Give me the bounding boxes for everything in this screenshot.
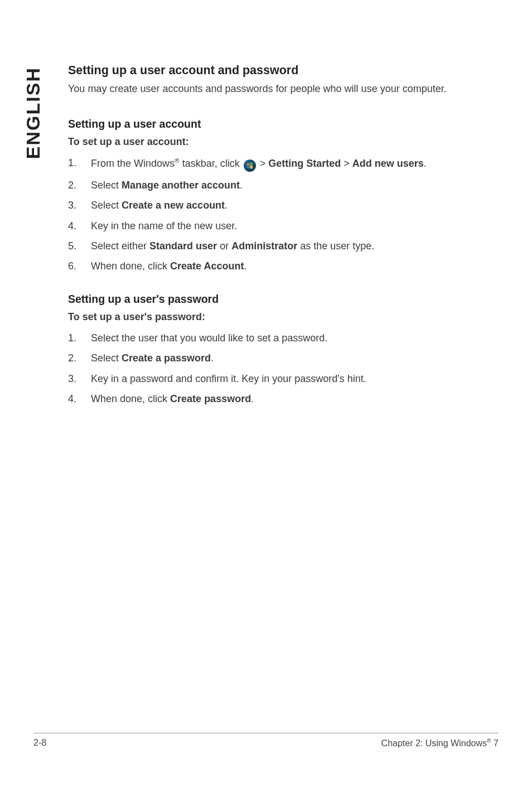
text-run: . — [424, 158, 427, 169]
intro-text: You may create user accounts and passwor… — [68, 82, 500, 95]
step-body: Select Manage another account. — [91, 178, 500, 192]
list-item: 3. Select Create a new account. — [68, 199, 500, 212]
list-item: 4. Key in the name of the new user. — [68, 219, 500, 233]
text-run: From the Windows — [91, 158, 175, 169]
text-run: Select — [91, 200, 122, 211]
bold-text: Create a password — [122, 352, 211, 364]
text-run: Select — [91, 180, 122, 191]
step-body: Select the user that you would like to s… — [91, 331, 500, 345]
bold-text: Create password — [170, 393, 251, 404]
text-run: . — [225, 200, 228, 211]
step-body: Key in the name of the new user. — [91, 219, 500, 233]
chapter-label: Chapter 2: Using Windows® 7 — [381, 738, 499, 748]
step-number: 1. — [68, 331, 76, 345]
list-item: 1. From the Windows® taskbar, click > Ge… — [68, 156, 500, 172]
step-body: Select Create a new account. — [91, 199, 500, 212]
windows-orb-icon — [244, 160, 256, 172]
page: ENGLISH Setting up a user account and pa… — [0, 0, 532, 802]
bold-text: Create a new account — [122, 200, 225, 211]
bold-text: Manage another account — [122, 180, 240, 191]
text-run: as the user type. — [297, 240, 374, 252]
section-heading-account: Setting up a user account — [68, 117, 500, 131]
text-run: Chapter 2: Using Windows — [381, 738, 487, 748]
section-heading-password: Setting up a user's password — [68, 292, 500, 306]
footer-rule — [33, 733, 499, 733]
section-subheading-account: To set up a user account: — [68, 135, 500, 148]
text-run: . — [240, 180, 243, 191]
step-number: 1. — [68, 156, 76, 170]
text-run: taskbar, click — [180, 158, 243, 169]
list-item: 2. Select Create a password. — [68, 351, 500, 365]
text-run: When done, click — [91, 260, 170, 272]
step-number: 3. — [68, 372, 76, 385]
section-user-account: Setting up a user account To set up a us… — [68, 117, 500, 273]
text-run: When done, click — [91, 393, 170, 404]
registered-mark: ® — [487, 738, 491, 744]
step-body: From the Windows® taskbar, click > Getti… — [91, 156, 500, 172]
bold-text: Standard user — [149, 240, 217, 252]
step-body: Select Create a password. — [91, 351, 500, 365]
step-number: 2. — [68, 351, 76, 365]
text-run: > — [341, 158, 352, 169]
language-side-label: ENGLISH — [22, 67, 44, 159]
text-run: Select — [91, 352, 122, 364]
step-number: 4. — [68, 219, 76, 233]
step-body: When done, click Create Account. — [91, 259, 500, 273]
page-footer: 2-8 Chapter 2: Using Windows® 7 — [0, 733, 532, 748]
text-run: Select either — [91, 240, 149, 252]
bold-text: Administrator — [231, 240, 297, 252]
bold-text: Add new users — [352, 158, 424, 169]
page-title: Setting up a user account and password — [68, 62, 500, 79]
step-number: 2. — [68, 178, 76, 192]
step-number: 5. — [68, 239, 76, 253]
section-subheading-password: To set up a user's password: — [68, 310, 500, 323]
text-run: . — [211, 352, 214, 364]
list-item: 4. When done, click Create password. — [68, 392, 500, 405]
list-item: 6. When done, click Create Account. — [68, 259, 500, 273]
section-user-password: Setting up a user's password To set up a… — [68, 292, 500, 405]
list-item: 3. Key in a password and confirm it. Key… — [68, 372, 500, 385]
text-run: . — [244, 260, 246, 272]
step-body: Select either Standard user or Administr… — [91, 239, 500, 253]
text-run: > — [257, 158, 269, 169]
step-number: 4. — [68, 392, 76, 405]
step-number: 3. — [68, 199, 76, 212]
bold-text: Getting Started — [268, 158, 341, 169]
list-item: 1. Select the user that you would like t… — [68, 331, 500, 345]
step-body: Key in a password and confirm it. Key in… — [91, 372, 500, 385]
content: Setting up a user account and password Y… — [68, 62, 500, 424]
registered-mark: ® — [175, 157, 180, 164]
text-run: or — [217, 240, 231, 252]
text-run: 7 — [491, 738, 499, 748]
step-number: 6. — [68, 259, 76, 273]
password-steps: 1. Select the user that you would like t… — [68, 331, 500, 405]
bold-text: Create Account — [170, 260, 244, 272]
text-run: . — [251, 393, 254, 404]
list-item: 2. Select Manage another account. — [68, 178, 500, 192]
account-steps: 1. From the Windows® taskbar, click > Ge… — [68, 156, 500, 273]
step-body: When done, click Create password. — [91, 392, 500, 405]
list-item: 5. Select either Standard user or Admini… — [68, 239, 500, 253]
footer-row: 2-8 Chapter 2: Using Windows® 7 — [33, 738, 499, 748]
page-number: 2-8 — [33, 738, 46, 748]
